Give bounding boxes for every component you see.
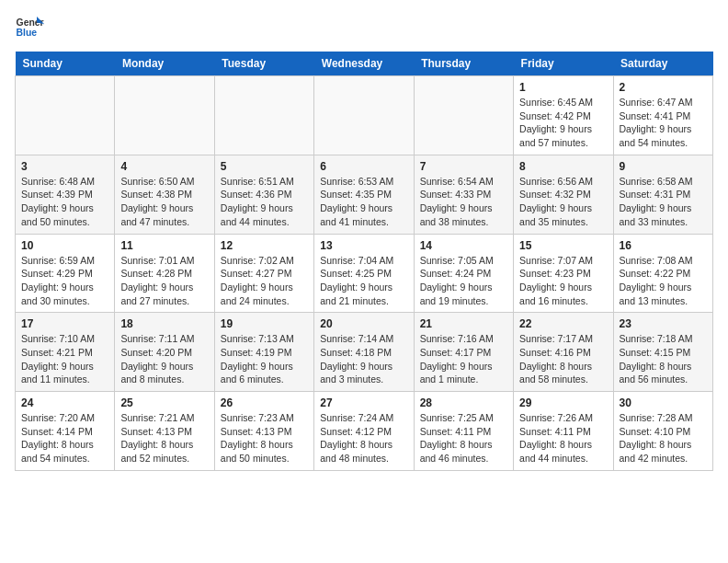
day-info: Sunrise: 7:16 AMSunset: 4:17 PMDaylight:… — [420, 332, 507, 386]
day-info: Sunrise: 7:17 AMSunset: 4:16 PMDaylight:… — [519, 332, 607, 386]
day-number: 17 — [21, 317, 108, 330]
calendar-cell: 29Sunrise: 7:26 AMSunset: 4:11 PMDayligh… — [514, 392, 613, 471]
day-number: 29 — [519, 396, 607, 409]
logo: General Blue — [15, 15, 44, 40]
day-info: Sunrise: 6:48 AMSunset: 4:39 PMDaylight:… — [21, 175, 108, 229]
calendar-cell — [314, 76, 414, 155]
calendar-cell: 22Sunrise: 7:17 AMSunset: 4:16 PMDayligh… — [514, 313, 613, 392]
day-number: 12 — [221, 239, 308, 252]
day-number: 6 — [320, 160, 407, 173]
day-info: Sunrise: 7:24 AMSunset: 4:12 PMDaylight:… — [320, 411, 407, 465]
weekday-friday: Friday — [514, 52, 613, 76]
day-info: Sunrise: 7:26 AMSunset: 4:11 PMDaylight:… — [519, 411, 607, 465]
day-info: Sunrise: 7:02 AMSunset: 4:27 PMDaylight:… — [221, 254, 308, 308]
day-info: Sunrise: 7:13 AMSunset: 4:19 PMDaylight:… — [221, 332, 308, 386]
day-number: 8 — [519, 160, 607, 173]
day-number: 3 — [21, 160, 108, 173]
calendar-cell: 2Sunrise: 6:47 AMSunset: 4:41 PMDaylight… — [613, 76, 712, 155]
calendar-cell — [214, 76, 313, 155]
calendar-cell: 19Sunrise: 7:13 AMSunset: 4:19 PMDayligh… — [214, 313, 313, 392]
calendar-cell — [414, 76, 513, 155]
calendar-body: 1Sunrise: 6:45 AMSunset: 4:42 PMDaylight… — [16, 76, 713, 471]
day-number: 7 — [420, 160, 507, 173]
calendar-cell: 3Sunrise: 6:48 AMSunset: 4:39 PMDaylight… — [16, 155, 115, 234]
calendar-cell: 28Sunrise: 7:25 AMSunset: 4:11 PMDayligh… — [414, 392, 513, 471]
day-info: Sunrise: 7:14 AMSunset: 4:18 PMDaylight:… — [320, 332, 407, 386]
day-number: 28 — [420, 396, 507, 409]
day-info: Sunrise: 6:58 AMSunset: 4:31 PMDaylight:… — [620, 175, 707, 229]
day-number: 25 — [120, 396, 208, 409]
day-number: 24 — [21, 396, 108, 409]
day-info: Sunrise: 7:11 AMSunset: 4:20 PMDaylight:… — [120, 332, 208, 386]
calendar-cell: 1Sunrise: 6:45 AMSunset: 4:42 PMDaylight… — [514, 76, 613, 155]
calendar-cell: 15Sunrise: 7:07 AMSunset: 4:23 PMDayligh… — [514, 234, 613, 313]
day-number: 9 — [620, 160, 707, 173]
calendar-cell: 14Sunrise: 7:05 AMSunset: 4:24 PMDayligh… — [414, 234, 513, 313]
weekday-tuesday: Tuesday — [214, 52, 313, 76]
day-number: 21 — [420, 317, 507, 330]
day-number: 22 — [519, 317, 607, 330]
day-number: 26 — [221, 396, 308, 409]
page-header: General Blue — [15, 15, 713, 40]
calendar-cell: 30Sunrise: 7:28 AMSunset: 4:10 PMDayligh… — [613, 392, 712, 471]
calendar-cell — [115, 76, 214, 155]
calendar-cell: 20Sunrise: 7:14 AMSunset: 4:18 PMDayligh… — [314, 313, 414, 392]
weekday-wednesday: Wednesday — [314, 52, 414, 76]
calendar-cell: 8Sunrise: 6:56 AMSunset: 4:32 PMDaylight… — [514, 155, 613, 234]
weekday-thursday: Thursday — [414, 52, 513, 76]
day-info: Sunrise: 6:51 AMSunset: 4:36 PMDaylight:… — [221, 175, 308, 229]
day-info: Sunrise: 6:54 AMSunset: 4:33 PMDaylight:… — [420, 175, 507, 229]
calendar-cell: 13Sunrise: 7:04 AMSunset: 4:25 PMDayligh… — [314, 234, 414, 313]
calendar-cell: 12Sunrise: 7:02 AMSunset: 4:27 PMDayligh… — [214, 234, 313, 313]
day-number: 27 — [320, 396, 407, 409]
day-info: Sunrise: 6:50 AMSunset: 4:38 PMDaylight:… — [120, 175, 208, 229]
day-number: 2 — [620, 81, 707, 94]
day-info: Sunrise: 7:05 AMSunset: 4:24 PMDaylight:… — [420, 254, 507, 308]
day-number: 4 — [120, 160, 208, 173]
day-number: 10 — [21, 239, 108, 252]
calendar-cell: 27Sunrise: 7:24 AMSunset: 4:12 PMDayligh… — [314, 392, 414, 471]
weekday-header-row: SundayMondayTuesdayWednesdayThursdayFrid… — [16, 52, 713, 76]
calendar-cell: 7Sunrise: 6:54 AMSunset: 4:33 PMDaylight… — [414, 155, 513, 234]
week-row-3: 10Sunrise: 6:59 AMSunset: 4:29 PMDayligh… — [16, 234, 713, 313]
calendar-cell: 17Sunrise: 7:10 AMSunset: 4:21 PMDayligh… — [16, 313, 115, 392]
day-info: Sunrise: 7:21 AMSunset: 4:13 PMDaylight:… — [120, 411, 208, 465]
day-info: Sunrise: 7:08 AMSunset: 4:22 PMDaylight:… — [620, 254, 707, 308]
day-info: Sunrise: 6:53 AMSunset: 4:35 PMDaylight:… — [320, 175, 407, 229]
day-info: Sunrise: 6:56 AMSunset: 4:32 PMDaylight:… — [519, 175, 607, 229]
day-info: Sunrise: 6:59 AMSunset: 4:29 PMDaylight:… — [21, 254, 108, 308]
calendar-table: SundayMondayTuesdayWednesdayThursdayFrid… — [15, 52, 713, 471]
calendar-cell: 6Sunrise: 6:53 AMSunset: 4:35 PMDaylight… — [314, 155, 414, 234]
week-row-1: 1Sunrise: 6:45 AMSunset: 4:42 PMDaylight… — [16, 76, 713, 155]
day-number: 20 — [320, 317, 407, 330]
day-number: 11 — [120, 239, 208, 252]
day-info: Sunrise: 6:45 AMSunset: 4:42 PMDaylight:… — [519, 96, 607, 150]
logo-icon: General Blue — [15, 15, 44, 40]
week-row-4: 17Sunrise: 7:10 AMSunset: 4:21 PMDayligh… — [16, 313, 713, 392]
calendar-cell: 26Sunrise: 7:23 AMSunset: 4:13 PMDayligh… — [214, 392, 313, 471]
day-info: Sunrise: 6:47 AMSunset: 4:41 PMDaylight:… — [620, 96, 707, 150]
day-number: 5 — [221, 160, 308, 173]
day-info: Sunrise: 7:25 AMSunset: 4:11 PMDaylight:… — [420, 411, 507, 465]
day-number: 1 — [519, 81, 607, 94]
calendar-cell: 10Sunrise: 6:59 AMSunset: 4:29 PMDayligh… — [16, 234, 115, 313]
calendar-cell: 23Sunrise: 7:18 AMSunset: 4:15 PMDayligh… — [613, 313, 712, 392]
weekday-saturday: Saturday — [613, 52, 712, 76]
calendar-cell: 16Sunrise: 7:08 AMSunset: 4:22 PMDayligh… — [613, 234, 712, 313]
calendar-cell: 25Sunrise: 7:21 AMSunset: 4:13 PMDayligh… — [115, 392, 214, 471]
day-number: 16 — [620, 239, 707, 252]
weekday-monday: Monday — [115, 52, 214, 76]
day-info: Sunrise: 7:01 AMSunset: 4:28 PMDaylight:… — [120, 254, 208, 308]
week-row-2: 3Sunrise: 6:48 AMSunset: 4:39 PMDaylight… — [16, 155, 713, 234]
day-info: Sunrise: 7:23 AMSunset: 4:13 PMDaylight:… — [221, 411, 308, 465]
weekday-sunday: Sunday — [16, 52, 115, 76]
calendar-cell: 5Sunrise: 6:51 AMSunset: 4:36 PMDaylight… — [214, 155, 313, 234]
calendar-cell: 21Sunrise: 7:16 AMSunset: 4:17 PMDayligh… — [414, 313, 513, 392]
day-number: 14 — [420, 239, 507, 252]
week-row-5: 24Sunrise: 7:20 AMSunset: 4:14 PMDayligh… — [16, 392, 713, 471]
day-info: Sunrise: 7:04 AMSunset: 4:25 PMDaylight:… — [320, 254, 407, 308]
svg-text:Blue: Blue — [17, 28, 38, 38]
day-info: Sunrise: 7:20 AMSunset: 4:14 PMDaylight:… — [21, 411, 108, 465]
day-number: 30 — [620, 396, 707, 409]
day-number: 23 — [620, 317, 707, 330]
